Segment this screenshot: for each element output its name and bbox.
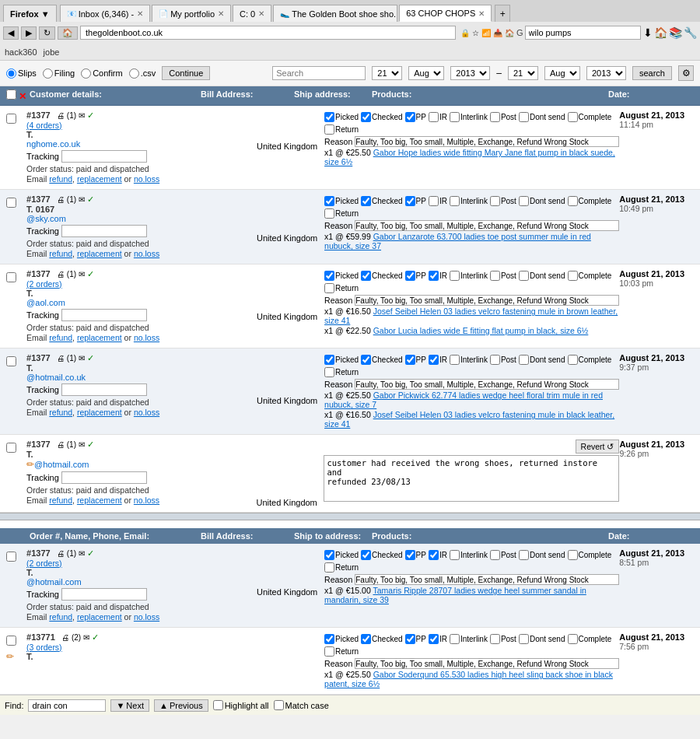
s2order1-dontsend-cb[interactable] xyxy=(519,550,529,560)
order1-checked-cb[interactable] xyxy=(361,112,371,122)
order3-return-cb[interactable] xyxy=(324,283,334,293)
order3-pp-cb[interactable] xyxy=(405,271,415,281)
order2-noloss-link[interactable]: no.loss xyxy=(134,249,159,258)
find-previous-button[interactable]: ▲ Previous xyxy=(154,699,208,712)
s2order1-return-cb[interactable] xyxy=(324,562,334,573)
order5-notes-textarea[interactable]: customer had received the wrong shoes, r… xyxy=(324,455,619,502)
reload-button[interactable]: ↻ xyxy=(39,26,55,40)
find-next-button[interactable]: ▼ Next xyxy=(110,699,149,712)
radio-filing[interactable]: Filing xyxy=(43,68,75,79)
tab-inbox-close[interactable]: ✕ xyxy=(137,9,143,18)
order3-checkbox[interactable] xyxy=(6,272,16,282)
order3-interlink-cb[interactable] xyxy=(450,271,460,281)
order3-dontsend-cb[interactable] xyxy=(519,271,529,281)
year1-select[interactable]: 2013 xyxy=(450,66,490,80)
back-button[interactable]: ◀ xyxy=(3,26,19,40)
radio-slips[interactable]: Slips xyxy=(6,68,37,79)
nav-extra-4[interactable]: 🔧 xyxy=(684,26,697,39)
order4-checked-cb[interactable] xyxy=(361,355,371,365)
order2-replacement-link[interactable]: replacement xyxy=(77,249,122,258)
order1-refund-link[interactable]: refund xyxy=(49,174,72,184)
order3-complete-cb[interactable] xyxy=(568,271,578,281)
order4-email[interactable]: @hotmail.co.uk xyxy=(26,373,86,382)
order2-interlink-cb[interactable] xyxy=(450,196,460,206)
order2-ir-cb[interactable] xyxy=(429,196,439,206)
order4-checkbox[interactable] xyxy=(6,356,16,366)
tab-portfolio-close[interactable]: ✕ xyxy=(218,9,224,18)
tab-c0-close[interactable]: ✕ xyxy=(258,9,264,18)
order3-email[interactable]: @aol.com xyxy=(26,298,65,307)
s2order2-reason-input[interactable] xyxy=(355,658,619,669)
s2order2-return-cb[interactable] xyxy=(324,646,334,657)
match-case-checkbox[interactable] xyxy=(274,700,284,710)
s2order2-complete-cb[interactable] xyxy=(568,634,578,644)
nav-extra-3[interactable]: 📚 xyxy=(669,26,682,39)
bookmark-star[interactable]: ☆ xyxy=(472,29,479,37)
s2order2-post-cb[interactable] xyxy=(490,634,500,644)
order3-checked-cb[interactable] xyxy=(361,271,371,281)
order4-dontsend-cb[interactable] xyxy=(519,355,529,365)
s2order1-interlink-cb[interactable] xyxy=(450,550,460,560)
s2order1-replacement-link[interactable]: replacement xyxy=(77,612,122,622)
tab-inbox[interactable]: 📧 Inbox (6,346) - ✕ xyxy=(60,5,151,22)
match-case-check[interactable]: Match case xyxy=(274,700,329,710)
tab-goldenboot[interactable]: 🥿 The Golden Boot shoe sho... ✕ xyxy=(273,5,397,22)
s2order2-ir-cb[interactable] xyxy=(429,634,439,644)
search-button[interactable]: search xyxy=(632,66,672,80)
order4-complete-cb[interactable] xyxy=(568,355,578,365)
bookmark-jobe[interactable]: jobe xyxy=(44,47,60,57)
order3-noloss-link[interactable]: no.loss xyxy=(134,333,159,342)
order4-reason-input[interactable] xyxy=(355,379,619,390)
order2-product1-link[interactable]: Gabor Lanzarote 63.700 ladies toe post s… xyxy=(324,232,591,250)
order4-interlink-cb[interactable] xyxy=(450,355,460,365)
date2-select[interactable]: 21 xyxy=(508,66,538,80)
s2order1-pp-cb[interactable] xyxy=(405,550,415,560)
order2-post-cb[interactable] xyxy=(490,196,500,206)
bookmark-hack360[interactable]: hack360 xyxy=(5,47,37,57)
order2-complete-cb[interactable] xyxy=(568,196,578,206)
order4-ir-cb[interactable] xyxy=(429,355,439,365)
s2order1-picked-cb[interactable] xyxy=(324,550,334,560)
tab-c0[interactable]: C: 0 ✕ xyxy=(233,5,271,22)
order1-tracking-input[interactable] xyxy=(61,150,147,163)
s2order2-pp-cb[interactable] xyxy=(405,634,415,644)
order1-checkbox[interactable] xyxy=(6,114,16,124)
new-tab-btn[interactable]: + xyxy=(495,5,510,22)
order3-tracking-input[interactable] xyxy=(61,309,147,321)
month2-select[interactable]: Aug xyxy=(544,66,580,80)
order1-noloss-link[interactable]: no.loss xyxy=(134,174,159,184)
order3-product2-link[interactable]: Gabor Lucia ladies wide E fitting flat p… xyxy=(373,326,589,335)
order4-refund-link[interactable]: refund xyxy=(49,408,72,417)
order2-tracking-input[interactable] xyxy=(61,225,147,237)
order4-product2-link[interactable]: Josef Seibel Helen 03 ladies velcro fast… xyxy=(324,410,614,429)
year2-select[interactable]: 2013 xyxy=(586,66,626,80)
s2order1-reason-input[interactable] xyxy=(355,574,619,585)
continue-button[interactable]: Continue xyxy=(162,66,210,80)
order3-ir-cb[interactable] xyxy=(429,271,439,281)
s2order2-interlink-cb[interactable] xyxy=(450,634,460,644)
order2-email[interactable]: @sky.com xyxy=(26,214,66,223)
order5-checkbox[interactable] xyxy=(6,443,16,453)
s2order1-complete-cb[interactable] xyxy=(568,550,578,560)
s2order1-noloss-link[interactable]: no.loss xyxy=(134,612,159,622)
order3-product1-link[interactable]: Josef Seibel Helen 03 ladies velcro fast… xyxy=(324,306,618,325)
order1-email[interactable]: nghome.co.uk xyxy=(26,139,80,149)
order1-return-cb[interactable] xyxy=(324,124,334,135)
tab-chopchops-close[interactable]: ✕ xyxy=(478,9,485,18)
order3-picked-cb[interactable] xyxy=(324,271,334,281)
order1-interlink-cb[interactable] xyxy=(450,112,460,122)
s2order1-checkbox[interactable] xyxy=(6,552,16,562)
order1-product1-link[interactable]: Gabor Hope ladies wide fitting Mary Jane… xyxy=(324,148,615,166)
order3-post-cb[interactable] xyxy=(490,271,500,281)
s2order2-dontsend-cb[interactable] xyxy=(519,634,529,644)
order5-replacement-link[interactable]: replacement xyxy=(77,496,122,505)
month1-select[interactable]: Aug xyxy=(408,66,444,80)
order4-pp-cb[interactable] xyxy=(405,355,415,365)
s2order1-product1-link[interactable]: Tamaris Ripple 28707 ladies wedge heel s… xyxy=(324,586,586,604)
order4-post-cb[interactable] xyxy=(490,355,500,365)
order3-replacement-link[interactable]: replacement xyxy=(77,333,122,342)
s2order2-checkbox[interactable] xyxy=(6,636,16,646)
s2order2-orders-link[interactable]: (3 orders) xyxy=(26,643,62,652)
order4-return-cb[interactable] xyxy=(324,367,334,377)
order2-dontsend-cb[interactable] xyxy=(519,196,529,206)
